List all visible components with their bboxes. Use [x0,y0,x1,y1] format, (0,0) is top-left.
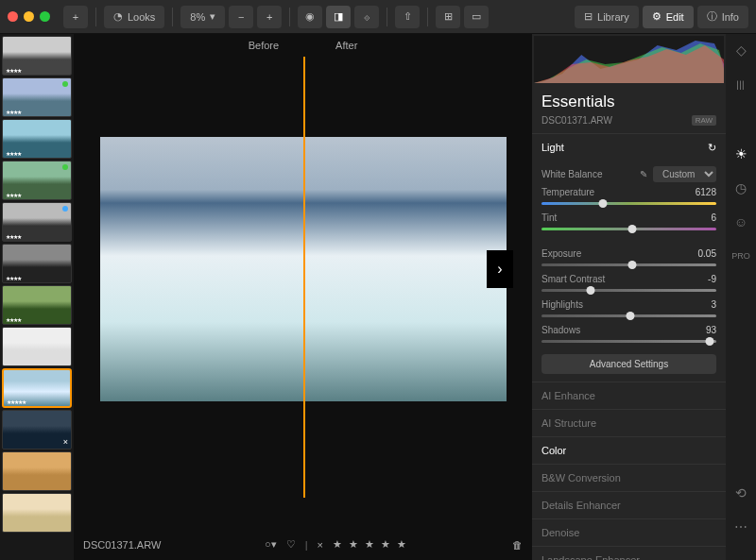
compare-split-line[interactable] [303,57,305,498]
add-button[interactable]: + [63,6,88,28]
section-details-enhancer[interactable]: Details Enhancer [532,492,726,518]
wb-mode-select[interactable]: Custom [653,166,716,182]
window-controls [8,11,50,22]
single-icon[interactable]: ▭ [464,6,489,28]
looks-button[interactable]: ◔ Looks [104,6,164,28]
thumbnail[interactable] [2,493,72,533]
section-denoise[interactable]: Denoise [532,519,726,546]
thumbnail[interactable]: ★★★★ [2,161,72,200]
slider-highlights[interactable] [541,314,716,317]
thumbnail[interactable]: ★★★★ [2,77,72,117]
thumbnail[interactable]: ★★★★ [2,202,72,242]
thumbnail[interactable]: ★★★★ [2,244,72,283]
creative-icon[interactable]: ◷ [732,179,749,196]
advanced-settings-button[interactable]: Advanced Settings [541,354,716,374]
histogram[interactable] [534,36,724,83]
section-landscape-enhancer[interactable]: Landscape Enhancer [532,547,726,560]
canvas-footer: DSC01371.ARW ○▾ ♡ | × ★ ★ ★ ★ ★ 🗑 [74,529,532,560]
zoom-level[interactable]: 8% ▾ [180,6,225,28]
thumbnail[interactable]: ★★★★★ [2,368,72,408]
next-button[interactable]: › [487,250,513,288]
section-ai-enhance[interactable]: AI Enhance [532,382,726,409]
zoom-out[interactable]: − [229,6,253,28]
tab-info[interactable]: ⓘ Info [697,6,748,28]
zoom-in[interactable]: + [257,6,282,28]
layers-icon[interactable]: ◇ [732,42,749,59]
panel-title: Essentials [532,85,726,115]
section-light[interactable]: Light ↻ [532,134,726,161]
raw-badge: RAW [692,115,716,126]
share-icon[interactable]: ⇧ [395,6,420,28]
tag-icon[interactable]: ○▾ [265,538,277,551]
pro-icon[interactable]: PRO [732,247,749,264]
toolbar: + ◔ Looks 8% ▾ − + ◉ ◨ ⟐ ⇧ ⊞ ▭ ⊟ Library… [0,0,756,34]
slider-temperature[interactable] [541,202,716,205]
canvas: Before After › DSC01371.ARW ○▾ ♡ | × ★ ★… [74,34,532,560]
tool-rail: ◇ ⫼ ☀ ◷ ☺ PRO ⟲ ⋯ [726,34,756,560]
thumbnail-strip[interactable]: ★★★★★★★★★★★★★★★★★★★★★★★★★★★★★★★★★× [0,34,74,560]
thumbnail[interactable]: ★★★★ [2,285,72,325]
thumbnail[interactable]: × [2,410,72,450]
favorite-icon[interactable]: ♡ [286,538,296,551]
compare-icon[interactable]: ◨ [326,6,351,28]
compare-header: Before After [74,34,532,57]
preview-icon[interactable]: ◉ [298,6,322,28]
trash-icon[interactable]: 🗑 [512,539,523,551]
panel-filename: DSC01371.ARW [541,115,612,126]
section-ai-structure[interactable]: AI Structure [532,410,726,436]
eyedropper-icon[interactable]: ✎ [640,169,647,179]
slider-exposure[interactable] [541,263,716,266]
minimize-window[interactable] [24,11,34,22]
thumbnail[interactable]: ★★★★ [2,119,72,159]
slider-smart-contrast[interactable] [541,289,716,292]
thumbnail[interactable]: ★★★★ [2,36,72,76]
looks-icon: ◔ [113,10,123,23]
section-b&w-conversion[interactable]: B&W Conversion [532,465,726,491]
rating-stars[interactable]: ★ ★ ★ ★ ★ [333,538,408,551]
history-icon[interactable]: ⟲ [732,484,749,501]
portrait-icon[interactable]: ☺ [732,213,749,230]
after-label: After [335,40,357,51]
slider-shadows[interactable] [541,340,716,343]
edit-panel: Essentials DSC01371.ARW RAW Light ↻ Whit… [532,34,726,560]
tab-library[interactable]: ⊟ Library [575,6,639,28]
before-label: Before [249,40,279,51]
maximize-window[interactable] [40,11,50,22]
filename: DSC01371.ARW [83,539,161,551]
tab-edit[interactable]: ⚙ Edit [643,6,694,28]
reject-icon[interactable]: × [318,539,323,551]
thumbnail[interactable] [2,327,72,366]
more-icon[interactable]: ⋯ [732,518,749,535]
close-window[interactable] [8,11,18,22]
essentials-icon[interactable]: ☀ [732,145,749,162]
crop-icon[interactable]: ⟐ [354,6,379,28]
levels-icon[interactable]: ⫼ [732,76,749,93]
section-color[interactable]: Color [532,437,726,464]
reset-icon[interactable]: ↻ [708,142,716,154]
thumbnail[interactable] [2,451,72,491]
grid-icon[interactable]: ⊞ [436,6,460,28]
slider-tint[interactable] [541,228,716,230]
